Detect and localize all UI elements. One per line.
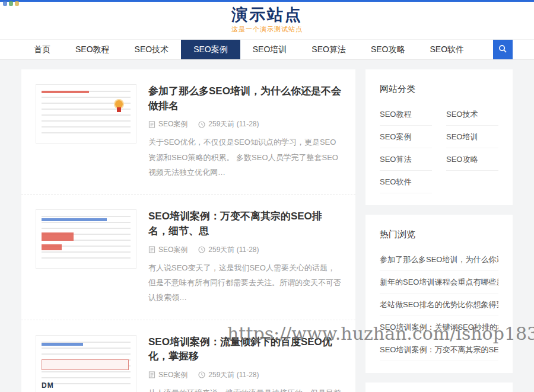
article-excerpt: 有人说SEO变天了，这是我们SEO人需要关心的话题，但是不意味有所有同行都需要去… [148,260,341,305]
artifact-dot [3,1,7,6]
nav-item-home[interactable]: 首页 [21,40,63,59]
categories-card: 网站分类 SEO教程 SEO技术 SEO案例 SEO培训 SEO算法 SEO攻略… [365,69,513,205]
sidebar: 网站分类 SEO教程 SEO技术 SEO案例 SEO培训 SEO算法 SEO攻略… [365,69,513,392]
nav-item-seo-jiaocheng[interactable]: SEO教程 [63,40,122,59]
clock-icon [198,121,205,128]
tags-card: 标签列表 [365,383,513,392]
category-link-gonglue[interactable]: SEO攻略 [446,148,498,171]
nav-item-seo-peixun[interactable]: SEO培训 [240,40,300,59]
nav-item-seo-jishu[interactable]: SEO技术 [122,40,182,59]
article-meta: SEO案例 259天前 (11-28) [148,119,341,129]
article-excerpt: 关于SEO优化，不仅仅是SEO知识点的学习，更是SEO资源和SEO策略的积累。 … [148,135,341,180]
article-title[interactable]: SEO培训案例：万变不离其宗的SEO排名，细节、思 [148,209,341,238]
artifact-dot [9,1,13,6]
category-meta[interactable]: SEO案例 [148,245,187,255]
thumbnail-decor [42,91,89,93]
hot-title: 热门浏览 [380,225,498,248]
article-item: DM SEO培训案例：流量倾斜下的百度SEO优化，掌握移 SEO案例 259天前… [21,320,355,392]
article-excerpt: 从人流量的环境来说，搜索的流量是被挤压的，但是目前移动端的流量可以说在大多数行业… [148,385,341,392]
hot-item[interactable]: SEO培训案例：关键词SEO秒排的核 [380,316,498,339]
artifact-dot [15,1,19,6]
doc-icon [148,246,155,253]
category-label[interactable]: SEO案例 [158,119,187,129]
article-title[interactable]: SEO培训案例：流量倾斜下的百度SEO优化，掌握移 [148,335,341,364]
doc-icon [148,121,155,128]
category-link-anli[interactable]: SEO案例 [380,126,432,148]
time-label: 259天前 (11-28) [208,370,259,380]
hot-item[interactable]: 老站做SEO排名的优势比你想象得要多 [380,294,498,316]
thumbnail-decor [42,244,62,250]
site-header: 演示站点 这是一个演示测试站点 [0,2,534,39]
search-button[interactable] [493,40,513,59]
time-meta: 259天前 (11-28) [198,370,259,380]
category-link-jishu[interactable]: SEO技术 [446,103,498,126]
thumbnail-decor [42,218,107,221]
thumbnail-logo: DM [42,381,54,390]
time-label: 259天前 (11-28) [208,119,259,129]
hot-card: 热门浏览 参加了那么多SEO培训，为什么你还是 新年的SEO培训课程会重点有哪些… [365,215,513,373]
hot-item[interactable]: 新年的SEO培训课程会重点有哪些新的 [380,271,498,294]
category-link-ruanjian[interactable]: SEO软件 [380,171,432,193]
doc-icon [148,371,155,378]
main-nav: 首页 SEO教程 SEO技术 SEO案例 SEO培训 SEO算法 SEO攻略 S… [0,39,534,60]
medal-icon [115,100,123,108]
categories-title: 网站分类 [380,80,498,103]
thumbnail-placeholder [42,91,131,138]
nav-item-seo-gonglue[interactable]: SEO攻略 [358,40,418,59]
nav-item-seo-anli-active[interactable]: SEO案例 [181,40,240,59]
time-meta: 259天前 (11-28) [198,245,259,255]
nav-item-seo-suanfa[interactable]: SEO算法 [299,40,358,59]
article-thumbnail[interactable]: DM [36,335,136,392]
category-link-peixun[interactable]: SEO培训 [446,126,498,148]
nav-item-seo-ruanjian[interactable]: SEO软件 [417,40,476,59]
category-link-suanfa[interactable]: SEO算法 [380,148,432,171]
article-thumbnail[interactable] [36,209,136,269]
category-meta[interactable]: SEO案例 [148,370,187,380]
article-list: 参加了那么多SEO培训，为什么你还是不会做排名 SEO案例 259天前 (11-… [21,69,355,392]
time-meta: 259天前 (11-28) [198,119,259,129]
corner-favicon-artifacts [3,1,19,6]
article-title[interactable]: 参加了那么多SEO培训，为什么你还是不会做排名 [148,84,341,113]
thumbnail-decor [42,359,129,370]
article-thumbnail[interactable] [36,84,136,144]
time-label: 259天前 (11-28) [208,245,259,255]
page-container: 参加了那么多SEO培训，为什么你还是不会做排名 SEO案例 259天前 (11-… [21,69,513,392]
site-subtitle: 这是一个演示测试站点 [0,25,534,34]
article-meta: SEO案例 259天前 (11-28) [148,245,341,255]
hot-item[interactable]: 参加了那么多SEO培训，为什么你还是 [380,248,498,271]
thumbnail-decor [42,232,74,241]
category-link-jiaocheng[interactable]: SEO教程 [380,103,432,126]
clock-icon [198,246,205,253]
site-logo[interactable]: 演示站点 [0,5,534,24]
thumbnail-decor [42,343,83,346]
category-label[interactable]: SEO案例 [158,245,187,255]
hot-item[interactable]: SEO培训案例：万变不离其宗的SEO排 [380,339,498,361]
category-label[interactable]: SEO案例 [158,370,187,380]
article-item: SEO培训案例：万变不离其宗的SEO排名，细节、思 SEO案例 259天前 (1… [21,195,355,320]
article-item: 参加了那么多SEO培训，为什么你还是不会做排名 SEO案例 259天前 (11-… [21,69,355,195]
magnifier-icon [498,44,507,55]
article-meta: SEO案例 259天前 (11-28) [148,370,341,380]
category-meta[interactable]: SEO案例 [148,119,187,129]
clock-icon [198,371,205,378]
